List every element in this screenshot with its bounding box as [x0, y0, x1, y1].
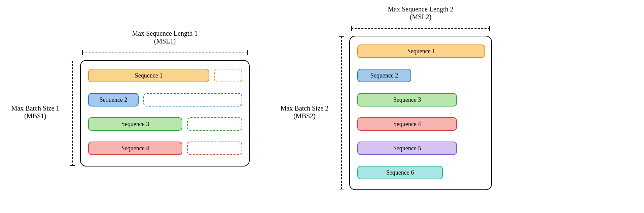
seq-2-left: Sequence 2 — [88, 93, 139, 106]
mbs1-title: Max Batch Size 1 (MBS1) — [3, 104, 67, 120]
mbs1-bracket-tick-top — [70, 61, 75, 61]
seq-1-left-label: Sequence 1 — [135, 72, 163, 79]
seq-4-right: Sequence 4 — [357, 117, 457, 131]
seq-2-left-pad — [143, 93, 242, 106]
msl2-bracket-tick-left — [351, 26, 352, 31]
mbs1-title-line2: (MBS1) — [3, 112, 67, 120]
seq-2-right: Sequence 2 — [357, 69, 411, 82]
seq-1-left: Sequence 1 — [88, 69, 209, 82]
mbs1-bracket-tick-bottom — [70, 165, 75, 166]
seq-6-right-label: Sequence 6 — [386, 169, 414, 176]
seq-5-right-label: Sequence 5 — [393, 145, 421, 152]
mbs2-title: Max Batch Size 2 (MBS2) — [273, 104, 336, 120]
seq-3-right-label: Sequence 3 — [393, 96, 421, 103]
seq-6-right: Sequence 6 — [357, 166, 443, 179]
seq-3-left-label: Sequence 3 — [121, 121, 149, 128]
msl1-bracket-tick-right — [247, 50, 248, 55]
msl2-title-line1: Max Sequence Length 2 — [350, 5, 491, 13]
diagram-stage: { "left": { "msl_label_line1": "Max Sequ… — [0, 0, 644, 213]
msl1-bracket — [82, 53, 248, 53]
seq-4-right-label: Sequence 4 — [393, 121, 421, 128]
seq-5-right: Sequence 5 — [357, 142, 457, 155]
seq-3-left: Sequence 3 — [88, 117, 182, 131]
seq-3-right: Sequence 3 — [357, 93, 457, 106]
msl1-title-line2: (MSL1) — [81, 37, 249, 45]
seq-4-left: Sequence 4 — [88, 142, 182, 155]
mbs2-bracket-tick-top — [339, 36, 344, 37]
msl2-title-line2: (MSL2) — [350, 13, 491, 21]
seq-4-left-label: Sequence 4 — [121, 145, 149, 152]
mbs2-bracket-tick-bottom — [339, 189, 344, 189]
batch-box-1: Sequence 1 Sequence 2 Sequence 3 Sequenc… — [80, 60, 250, 166]
seq-2-left-label: Sequence 2 — [100, 96, 127, 103]
msl1-title-line1: Max Sequence Length 1 — [81, 30, 249, 37]
seq-1-right: Sequence 1 — [357, 44, 485, 58]
seq-1-left-pad — [214, 69, 242, 82]
seq-2-right-label: Sequence 2 — [370, 72, 398, 79]
msl1-bracket-tick-left — [82, 50, 83, 55]
mbs1-bracket — [72, 61, 73, 166]
msl1-title: Max Sequence Length 1 (MSL1) — [81, 30, 249, 45]
batch-box-2: Sequence 1 Sequence 2 Sequence 3 Sequenc… — [349, 36, 492, 190]
seq-4-left-pad — [187, 142, 242, 155]
msl2-title: Max Sequence Length 2 (MSL2) — [350, 5, 491, 21]
mbs2-title-line1: Max Batch Size 2 — [273, 104, 336, 112]
seq-1-right-label: Sequence 1 — [407, 48, 435, 55]
msl2-bracket — [351, 28, 490, 29]
seq-3-left-pad — [187, 117, 242, 131]
mbs2-title-line2: (MBS2) — [273, 112, 336, 120]
mbs2-bracket — [341, 36, 342, 189]
msl2-bracket-tick-right — [489, 26, 490, 31]
mbs1-title-line1: Max Batch Size 1 — [3, 104, 67, 112]
